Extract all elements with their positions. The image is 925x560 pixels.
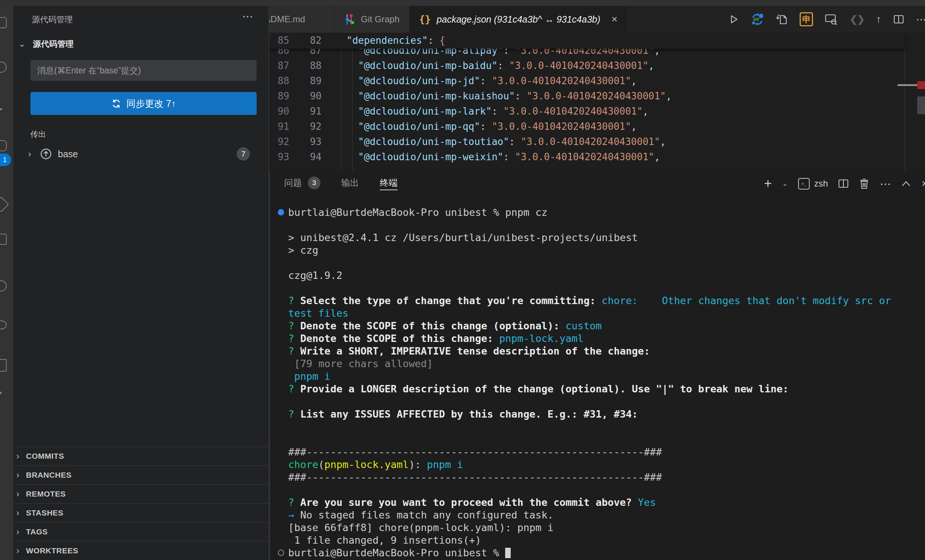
command-success-dot <box>278 209 284 215</box>
search-icon[interactable] <box>0 62 7 73</box>
git-graph-sections: ›COMMITS›BRANCHES›REMOTES›STASHES›TAGS›W… <box>14 447 268 560</box>
section-remotes[interactable]: ›REMOTES <box>14 484 268 503</box>
arrow-icon[interactable] <box>0 391 2 396</box>
chevron-right-icon: › <box>16 452 19 461</box>
section-commits[interactable]: ›COMMITS <box>14 447 268 465</box>
section-stashes[interactable]: ›STASHES <box>14 503 268 522</box>
maximize-panel-icon[interactable] <box>901 180 911 187</box>
terminal-line <box>270 483 925 496</box>
bottom-panel: 问题 3 输出 终端 + ⌄ >_ zsh <box>269 171 925 560</box>
more-actions-icon[interactable]: ⋯ <box>916 14 925 26</box>
profile-icon[interactable] <box>0 280 7 292</box>
vscode-window: 1 源代码管理 ⋯ ⌄ 源代码管理 同步更改 7↑ 传出 › <box>0 0 925 560</box>
panel-tabs: 问题 3 输出 终端 <box>284 171 398 197</box>
close-panel-icon[interactable]: × <box>921 177 925 190</box>
branch-name: base <box>58 149 78 160</box>
code-row: 9192 "@dcloudio/uni-mp-qq": "3.0.0-40104… <box>269 119 925 134</box>
new-terminal-icon[interactable]: + <box>764 176 772 191</box>
upload-icon[interactable]: ↑ <box>876 14 881 25</box>
kill-terminal-icon[interactable] <box>859 178 869 189</box>
tab-problems[interactable]: 问题 3 <box>284 176 321 191</box>
tab-readme[interactable]: README.md <box>269 6 335 33</box>
terminal-instance[interactable]: >_ zsh <box>798 178 828 190</box>
section-label: COMMITS <box>26 452 64 461</box>
more-actions-icon[interactable]: ⋯ <box>880 177 891 190</box>
branch-badge: 7 <box>237 147 250 161</box>
terminal-line: burtlai@BurtdeMacBook-Pro unibest % <box>270 546 925 559</box>
terminal-line <box>270 395 925 408</box>
source-control-badge: 1 <box>0 154 11 166</box>
diff-extension-icon[interactable]: diff <box>751 13 764 26</box>
code-row: 8889 "@dcloudio/uni-mp-jd": "3.0.0-40104… <box>269 74 925 89</box>
source-control-section-header[interactable]: ⌄ 源代码管理 <box>18 39 74 50</box>
editor-area: README.md Git Graph {} package.json (931… <box>269 6 925 171</box>
activity-bar: 1 <box>0 6 14 560</box>
terminal-line: ? Denote the SCOPE of this change (optio… <box>270 320 925 332</box>
git-graph-icon <box>345 14 356 25</box>
terminal-line: → No staged files match any configured t… <box>270 509 925 521</box>
tab-terminal[interactable]: 终端 <box>380 177 398 190</box>
shell-label: zsh <box>814 178 828 189</box>
sync-changes-button[interactable]: 同步更改 7↑ <box>30 92 257 115</box>
close-icon[interactable]: × <box>612 14 618 25</box>
terminal-line: test files <box>270 307 925 320</box>
terminal-line: ? Denote the SCOPE of this change: pnpm-… <box>270 332 925 345</box>
terminal-line: chore(pnpm-lock.yaml): pnpm i <box>270 458 925 471</box>
terminal-output[interactable]: burtlai@BurtdeMacBook-Pro unibest % pnpm… <box>270 197 925 560</box>
beaker-icon[interactable] <box>0 359 7 372</box>
extensions-icon[interactable] <box>0 233 7 245</box>
terminal-line <box>270 282 925 295</box>
terminal-cursor <box>505 548 511 558</box>
panel-header: 问题 3 输出 终端 + ⌄ >_ zsh <box>270 171 925 197</box>
divider <box>0 108 2 110</box>
commit-message-input[interactable] <box>30 60 257 81</box>
section-label: WORKTREES <box>26 546 78 555</box>
editor-scrollbar[interactable] <box>917 96 925 114</box>
terminal-line: ? Provide a LONGER description of the ch… <box>270 383 925 395</box>
tab-label: Git Graph <box>361 14 399 24</box>
problems-badge: 3 <box>308 176 321 189</box>
section-worktrees[interactable]: ›WORKTREES <box>14 541 268 560</box>
section-label: TAGS <box>26 527 48 536</box>
tab-bar: README.md Git Graph {} package.json (931… <box>269 6 925 33</box>
terminal-line <box>270 257 925 269</box>
tab-output[interactable]: 输出 <box>341 177 359 190</box>
terminal-line: ? Write a SHORT, IMPERATIVE tense descri… <box>270 345 925 358</box>
diff-editor[interactable]: 8687 "@dcloudio/uni-mp-alipay": "3.0.0-4… <box>269 33 925 171</box>
section-tags[interactable]: ›TAGS <box>14 522 268 541</box>
uniapp-icon[interactable]: 申 <box>800 12 813 26</box>
tab-label: package.json (931c4a3b^ ↔ 931c4a3b) <box>437 14 600 25</box>
split-editor-icon[interactable] <box>893 14 904 24</box>
chevron-right-icon: › <box>16 546 19 555</box>
code-rows: 8687 "@dcloudio/uni-mp-alipay": "3.0.0-4… <box>269 43 925 165</box>
overview-diff-red-mark <box>917 81 925 89</box>
compare-changes-icon[interactable]: ❮❯ <box>849 14 864 25</box>
tab-label: 输出 <box>341 177 359 189</box>
debug-icon[interactable] <box>0 197 9 212</box>
open-preview-icon[interactable] <box>825 14 838 25</box>
tab-git-graph[interactable]: Git Graph <box>335 6 410 33</box>
tab-label: 终端 <box>380 177 398 189</box>
explorer-icon[interactable] <box>0 17 7 28</box>
terminal-line: ###-------------------------------------… <box>270 446 925 458</box>
source-control-icon[interactable] <box>0 140 7 151</box>
chevron-right-icon: › <box>28 149 31 158</box>
section-title: 源代码管理 <box>33 39 74 50</box>
tab-package-json[interactable]: {} package.json (931c4a3b^ ↔ 931c4a3b) × <box>410 6 628 33</box>
split-terminal-icon[interactable] <box>838 179 848 188</box>
branch-row[interactable]: › base 7 <box>14 144 268 164</box>
chevron-right-icon: › <box>16 489 19 498</box>
sticky-scroll-row: 8582 "dependencies": { <box>269 33 905 48</box>
terminal-icon: >_ <box>798 178 810 190</box>
terminal-line: [79 more chars allowed] <box>270 358 925 370</box>
chevron-down-icon[interactable]: ⌄ <box>782 179 788 188</box>
terminal-line: > czg <box>270 244 925 257</box>
open-changes-icon[interactable] <box>776 14 788 25</box>
overview-ruler-divider <box>905 33 905 171</box>
more-actions-icon[interactable]: ⋯ <box>242 10 255 23</box>
chevron-right-icon: › <box>16 527 19 536</box>
test-icon[interactable] <box>0 321 7 329</box>
sync-icon <box>111 99 121 109</box>
section-branches[interactable]: ›BRANCHES <box>14 465 268 484</box>
run-icon[interactable] <box>728 14 739 24</box>
